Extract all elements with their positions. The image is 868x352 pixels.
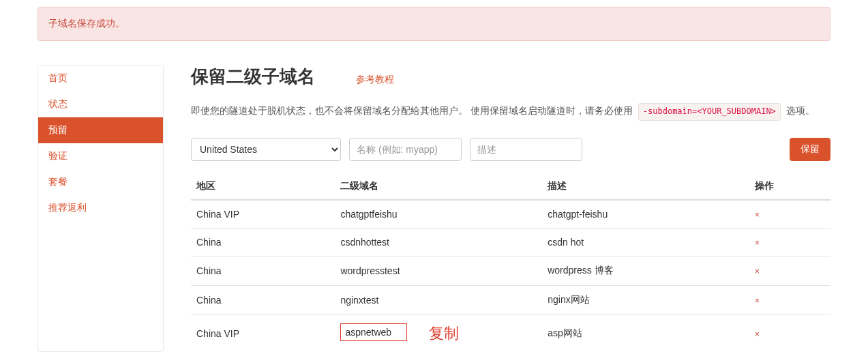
cell-region: China bbox=[191, 228, 335, 256]
desc-post: 选项。 bbox=[786, 105, 815, 116]
sidebar-nav: 首页 状态 预留 验证 套餐 推荐返利 bbox=[38, 65, 164, 352]
copy-annotation: 复制 bbox=[429, 323, 459, 344]
th-op: 操作 bbox=[749, 173, 830, 200]
reserve-button[interactable]: 保留 bbox=[790, 138, 830, 161]
table-row: China csdnhottest csdn hot × bbox=[191, 228, 830, 256]
table-row: China wordpresstest wordpress 博客 × bbox=[191, 256, 830, 285]
cell-desc: chatgpt-feishu bbox=[542, 200, 749, 229]
name-input[interactable] bbox=[349, 138, 462, 161]
subdomain-table: 地区 二级域名 描述 操作 China VIP chatgptfeishu ch… bbox=[191, 173, 830, 352]
th-subdomain: 二级域名 bbox=[335, 173, 542, 200]
delete-icon[interactable]: × bbox=[755, 210, 760, 220]
delete-icon[interactable]: × bbox=[755, 329, 760, 339]
page-title: 保留二级子域名 bbox=[191, 65, 315, 89]
main-content: 保留二级子域名 参考教程 即使您的隧道处于脱机状态，也不会将保留域名分配给其他用… bbox=[191, 65, 830, 352]
cell-region: China bbox=[191, 256, 335, 285]
cell-region: China VIP bbox=[191, 200, 335, 229]
help-link[interactable]: 参考教程 bbox=[356, 74, 394, 86]
success-alert: 子域名保存成功。 bbox=[38, 7, 830, 41]
delete-icon[interactable]: × bbox=[755, 267, 760, 276]
cell-subdomain: wordpresstest bbox=[335, 256, 542, 285]
delete-icon[interactable]: × bbox=[755, 238, 760, 248]
table-row: China VIP aspnetweb 复制 asp网站 × bbox=[191, 314, 830, 352]
sidebar-item-verify[interactable]: 验证 bbox=[38, 143, 163, 169]
cell-desc: asp网站 bbox=[542, 314, 749, 352]
cell-region: China bbox=[191, 285, 335, 314]
region-select[interactable]: United States bbox=[191, 138, 341, 161]
description: 即使您的隧道处于脱机状态，也不会将保留域名分配给其他用户。 使用保留域名启动隧道… bbox=[191, 102, 830, 121]
reserve-form: United States 保留 bbox=[191, 138, 830, 161]
cell-desc: csdn hot bbox=[542, 228, 749, 256]
cell-subdomain: csdnhottest bbox=[335, 228, 542, 256]
alert-text: 子域名保存成功。 bbox=[48, 18, 125, 29]
sidebar-item-home[interactable]: 首页 bbox=[38, 65, 163, 91]
th-desc: 描述 bbox=[542, 173, 749, 200]
sidebar-item-reserve[interactable]: 预留 bbox=[38, 117, 163, 143]
sidebar-item-status[interactable]: 状态 bbox=[38, 91, 163, 117]
table-row: China nginxtest nginx网站 × bbox=[191, 285, 830, 314]
cell-subdomain: nginxtest bbox=[335, 285, 542, 314]
cell-desc: nginx网站 bbox=[542, 285, 749, 314]
cell-subdomain: aspnetweb 复制 bbox=[335, 314, 542, 352]
cell-subdomain: chatgptfeishu bbox=[335, 200, 542, 229]
cell-region: China VIP bbox=[191, 314, 335, 352]
delete-icon[interactable]: × bbox=[755, 296, 760, 306]
sidebar-item-plan[interactable]: 套餐 bbox=[38, 169, 163, 195]
highlighted-subdomain: aspnetweb bbox=[340, 323, 407, 341]
table-row: China VIP chatgptfeishu chatgpt-feishu × bbox=[191, 200, 830, 229]
subdomain-code: -subdomain=<YOUR_SUBDOMAIN> bbox=[638, 103, 781, 121]
desc-pre: 即使您的隧道处于脱机状态，也不会将保留域名分配给其他用户。 使用保留域名启动隧道… bbox=[191, 105, 633, 116]
cell-desc: wordpress 博客 bbox=[542, 256, 749, 285]
th-region: 地区 bbox=[191, 173, 335, 200]
desc-input[interactable] bbox=[470, 138, 582, 161]
sidebar-item-referral[interactable]: 推荐返利 bbox=[38, 195, 163, 221]
